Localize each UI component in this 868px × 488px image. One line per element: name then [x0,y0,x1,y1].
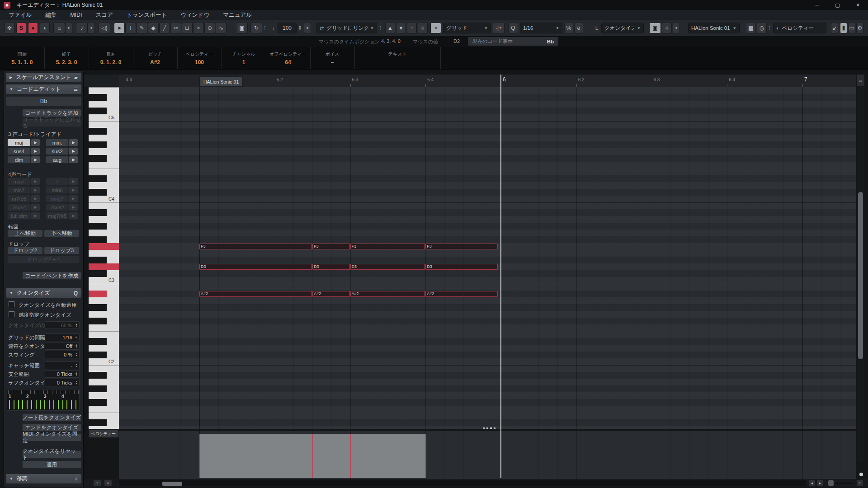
piano-key-black[interactable] [89,155,107,162]
info-col-end[interactable]: 終了5. 2. 3. 0 [44,47,89,69]
note-display-grid[interactable]: F3F3F3F3D3D3D3D3A#2A#2A#2A#2 [119,87,856,429]
piano-key-black[interactable] [89,372,107,379]
info-col-off-velocity[interactable]: オフベロシティー64 [266,47,311,69]
menu-score[interactable]: スコア [89,10,120,20]
midi-note-A#2-4[interactable]: A#2 [425,291,498,297]
midi-note-F3-4[interactable]: F3 [425,244,498,249]
note-expression-button[interactable]: ♪ [76,23,88,33]
midi-note-D3-2[interactable]: D3 [312,264,349,270]
piano-key-black[interactable] [89,318,107,324]
catch-range-field[interactable]: -▲ ▼ [45,361,80,369]
zoom-in-button[interactable]: + [856,480,863,486]
info-col-text[interactable]: テキスト [354,47,441,69]
horizontal-scrollbar[interactable] [119,480,806,486]
horizontal-zoom-thumb[interactable] [828,480,834,486]
iterative-quantize-button[interactable]: % [564,23,573,33]
erase-tool[interactable]: ◆ [148,23,159,33]
piano-key-black[interactable] [89,270,107,277]
pin-editor-button[interactable]: ✜ [5,23,14,33]
chord-maj-button[interactable]: maj [7,139,31,146]
piano-key-black[interactable] [89,352,107,358]
line-tool[interactable]: ╱ [159,23,170,33]
quantize-icon-button[interactable]: Q [508,23,518,33]
inversion-up-button[interactable]: 上へ移動 [7,230,43,237]
piano-key-black[interactable] [89,175,107,182]
insert-velocity-field[interactable]: 100 [278,23,297,33]
object-selection-tool[interactable]: ➤ [114,23,125,33]
minimize-button[interactable]: ─ [807,0,827,10]
velocity-lane-label[interactable]: ベロシティー [89,430,119,438]
midi-note-D3-1[interactable]: D3 [199,264,312,270]
piano-key-black[interactable] [89,257,107,263]
length-link-grid-dropdown[interactable]: ⇄グリッドにリンク ▼ [316,23,377,33]
current-chord-button[interactable]: Bb [6,96,81,106]
piano-key-black[interactable] [89,419,107,426]
grid-interval-field[interactable]: 1/16▼ [45,333,80,341]
velocity-bar[interactable] [199,434,312,478]
piano-key-black[interactable] [89,209,107,216]
swing-spinner-icon[interactable]: ▲ ▼ [75,352,78,357]
chord-dim-arrow[interactable]: ▶ [31,156,40,164]
split-tool[interactable]: ✂ [170,23,181,33]
create-chord-event-button[interactable]: コードイベントを作成 [22,272,81,280]
info-col-pitch[interactable]: ピッチA#2 [133,47,178,69]
ruler-options-icon[interactable]: ▭ [857,75,864,86]
safe-range-spinner-icon[interactable]: ▲ ▼ [75,372,78,376]
piano-key-black[interactable] [89,223,107,230]
note-expression-dropdown[interactable]: ▼ [88,23,95,33]
part-list-button[interactable]: ≡ [662,23,672,33]
time-format-button[interactable]: ◷ [757,23,767,33]
add-lane-button[interactable]: + [93,480,101,486]
auto-select-dropdown[interactable]: ▼ [65,23,72,33]
independent-track-loop-button[interactable]: ▣ [236,23,248,33]
iterative-quantize-checkbox[interactable] [9,311,14,317]
info-col-channel[interactable]: チャンネル1 [222,47,266,69]
quantize-button-2[interactable]: MIDI クオンタイズを固定 [22,433,81,441]
menu-file[interactable]: ファイル [2,10,38,20]
tuplet-spinner-icon[interactable]: ▲ ▼ [75,344,78,348]
piano-key-black[interactable] [89,108,107,114]
record-in-editor-button[interactable]: ● [28,23,38,33]
horizontal-scrollbar-thumb[interactable] [162,482,182,486]
menu-window[interactable]: ウィンドウ [174,10,216,20]
move-down-button[interactable]: ▼ [396,23,406,33]
vertical-scrollbar-thumb[interactable] [858,192,863,359]
drop-3-button[interactable]: ドロップ3 [44,247,80,254]
midi-note-A#2-1[interactable]: A#2 [199,291,312,297]
scroll-left-button[interactable]: ◂ [808,480,816,486]
part-label[interactable]: HALion Sonic 01 [199,76,243,87]
swing-field[interactable]: 0 %▲ ▼ [45,351,80,358]
chord-sus4-arrow[interactable]: ▶ [31,147,40,155]
scroll-right-button[interactable]: ▸ [816,480,824,486]
midi-note-A#2-2[interactable]: A#2 [312,291,349,297]
inversion-down-button[interactable]: 下へ移動 [44,230,80,237]
chord-edit-header[interactable]: ▼ コードエディット ☰ [6,84,81,94]
quantize-button-0[interactable]: ノート長をクオンタイズ [22,413,81,422]
chord-maj-arrow[interactable]: ▶ [31,139,40,146]
midi-note-F3-1[interactable]: F3 [199,244,312,249]
quantize-panel-header[interactable]: ▼ クオンタイズ Q [6,288,81,298]
show-part-borders-button[interactable]: ▣ [649,23,661,33]
piano-key-black[interactable] [89,236,107,243]
chord-min-arrow[interactable]: ▶ [69,139,78,146]
info-col-voice[interactable]: ボイス– [310,47,355,69]
piano-key-black[interactable] [89,399,107,406]
grid-interval-dropdown-icon[interactable]: ▼ [75,336,78,338]
close-button[interactable]: ✕ [848,0,868,10]
transpose-panel-header[interactable]: ▼ 移調 ♫ [6,474,81,483]
quantize-preset-dropdown[interactable]: 1/16 ▼ [520,23,562,33]
piano-key-black[interactable] [89,338,107,345]
menu-transport[interactable]: トランスポート [120,10,174,20]
snap-on-off-button[interactable]: × [430,23,441,33]
tuplet-field[interactable]: Off▲ ▼ [45,342,80,350]
piano-keyboard[interactable]: C5C4C3C2 [89,87,119,429]
info-col-velocity[interactable]: ベロシティー100 [177,47,222,69]
event-colors-dropdown[interactable]: ◐ベロシティー [773,23,826,33]
move-up-button[interactable]: ▲ [385,23,395,33]
velocity-bar[interactable] [350,434,426,478]
quantize-panel-button[interactable]: e [574,23,583,33]
feedback-button[interactable]: ◗ [40,23,50,33]
info-col-length[interactable]: 長さ0. 1. 2. 0 [89,47,133,69]
solo-editor-button[interactable]: S [16,23,26,33]
grid-type-button[interactable]: -|+ [493,23,505,33]
